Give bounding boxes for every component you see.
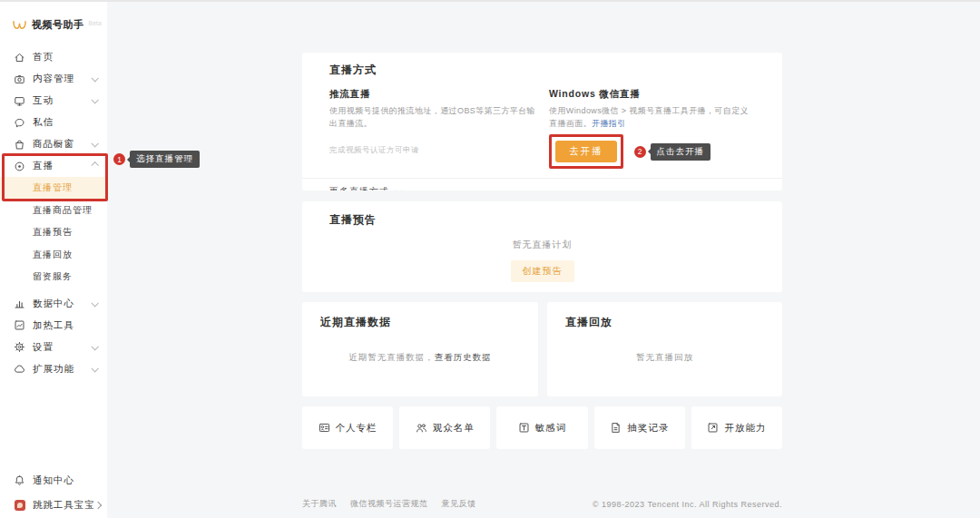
sidebar-item-label: 加热工具 (33, 319, 74, 332)
push-stream-desc: 使用视频号提供的推流地址，通过OBS等第三方平台输出直播流。 (329, 105, 540, 130)
sidebar-item-label: 首页 (33, 51, 54, 64)
quick-action-label: 抽奖记录 (627, 422, 669, 435)
sidebar-item-extensions[interactable]: 扩展功能 (0, 358, 107, 380)
footer-link-about[interactable]: 关于腾讯 (302, 498, 337, 510)
empty-state-text: 暂无直播计划 (329, 239, 755, 251)
sidebar-item-live[interactable]: 直播 (0, 155, 107, 177)
profile-column-icon (318, 422, 330, 434)
chevron-up-icon (91, 161, 98, 169)
quick-action-open-ability[interactable]: 开放能力 (691, 406, 782, 449)
sidebar-item-interaction[interactable]: 互动 (0, 90, 107, 112)
sidebar-item-label: 互动 (33, 94, 54, 107)
push-stream-title: 推流直播 (329, 88, 540, 101)
live-methods-card: 直播方式 推流直播 使用视频号提供的推流地址，通过OBS等第三方平台输出直播流。… (302, 53, 782, 191)
annotation-step-2: 2 点击去开播 (634, 143, 711, 161)
sidebar-subitem-label: 直播回放 (33, 249, 73, 261)
sidebar-item-label: 内容管理 (33, 73, 74, 85)
sidebar-item-home[interactable]: 首页 (0, 46, 107, 68)
sensitive-word-icon (518, 422, 530, 434)
sidebar-item-label: 跳跳工具宝宝 (33, 499, 95, 512)
cloud-icon (14, 363, 25, 375)
monitor-icon (14, 95, 25, 107)
annotation-tooltip: 点击去开播 (651, 143, 711, 161)
sidebar-item-content[interactable]: 内容管理 (0, 68, 107, 90)
chevron-down-icon (91, 96, 98, 103)
more-live-methods[interactable]: 更多直播方式 (329, 179, 755, 191)
quick-action-sensitive-words[interactable]: 敏感词 (496, 406, 587, 449)
sidebar-bottom: 通知中心 跳跳工具宝宝 (0, 468, 107, 517)
sidebar-item-label: 私信 (33, 116, 54, 129)
sidebar-item-label: 通知中心 (33, 474, 74, 487)
card-title: 直播回放 (565, 315, 764, 330)
trend-square-icon (14, 319, 25, 331)
view-history-link[interactable]: 查看历史数据 (435, 352, 492, 362)
sidebar-item-messages[interactable]: 私信 (0, 112, 107, 133)
quick-action-label: 敏感词 (535, 422, 567, 435)
bell-icon (14, 474, 25, 486)
quick-action-label: 观众名单 (433, 422, 475, 435)
sidebar-subitem-live-management[interactable]: 直播管理 (0, 177, 107, 200)
windows-live-section: Windows 微信直播 使用Windows微信 > 视频号直播工具开播，可自定… (549, 88, 755, 169)
sidebar-item-label: 商品橱窗 (33, 138, 74, 151)
sidebar-item-label: 设置 (33, 341, 54, 354)
quick-action-audience-list[interactable]: 观众名单 (399, 406, 490, 449)
push-stream-note: 完成视频号认证方可申请 (329, 145, 540, 156)
go-live-button[interactable]: 去开播 (555, 141, 617, 162)
chevron-down-icon (91, 74, 98, 82)
create-notice-button[interactable]: 创建预告 (511, 260, 574, 282)
recent-empty-text: 近期暂无直播数据， (348, 352, 435, 362)
footer: 关于腾讯 微信视频号运营规范 意见反馈 © 1998-2023 Tencent … (302, 498, 782, 510)
live-notice-card: 直播预告 暂无直播计划 创建预告 (302, 201, 782, 292)
push-stream-section: 推流直播 使用视频号提供的推流地址，通过OBS等第三方平台输出直播流。 完成视频… (329, 88, 540, 169)
start-guide-link[interactable]: 开播指引 (592, 119, 626, 128)
quick-actions-row: 个人专栏 观众名单 敏感词 抽奖记录 开放能力 (302, 406, 782, 449)
chevron-down-icon (394, 187, 401, 191)
windows-live-desc-text: 使用Windows微信 > 视频号直播工具开播，可自定义直播画面。 (549, 106, 749, 128)
sidebar-subitem-live-goods[interactable]: 直播商品管理 (0, 200, 107, 222)
sidebar-subitem-label: 直播预告 (33, 226, 73, 239)
sidebar-subitem-label: 直播商品管理 (33, 204, 93, 217)
sidebar-item-heat-tool[interactable]: 加热工具 (0, 315, 107, 337)
empty-state-text: 暂无直播回放 (565, 352, 764, 364)
channels-logo-icon (12, 19, 27, 31)
sidebar-item-settings[interactable]: 设置 (0, 337, 107, 358)
gear-icon (14, 341, 25, 353)
card-title: 直播预告 (329, 212, 755, 228)
annotation-tooltip: 选择直播管理 (130, 151, 200, 168)
chevron-down-icon (91, 140, 98, 147)
card-title: 近期直播数据 (320, 315, 520, 330)
top-divider (0, 0, 980, 2)
sidebar-subitem-label: 留资服务 (33, 270, 73, 283)
chevron-down-icon (91, 365, 98, 372)
app-title: 视频号助手 (32, 18, 84, 32)
live-replay-card: 直播回放 暂无直播回放 (547, 302, 782, 396)
chevron-down-icon (91, 299, 98, 307)
quick-action-lottery-records[interactable]: 抽奖记录 (594, 406, 685, 449)
mascot-icon (14, 499, 25, 511)
copyright-text: © 1998-2023 Tencent Inc. All Rights Rese… (593, 500, 782, 509)
recent-live-data-card: 近期直播数据 近期暂无直播数据，查看历史数据 (302, 302, 538, 396)
card-title: 直播方式 (329, 63, 755, 78)
app-logo[interactable]: 视频号助手 Beta (0, 2, 107, 32)
sidebar-item-data-center[interactable]: 数据中心 (0, 293, 107, 315)
bar-chart-icon (14, 298, 25, 309)
sidebar-item-label: 扩展功能 (33, 363, 74, 376)
annotation-highlight-box-2: 去开播 (549, 134, 623, 169)
more-live-methods-label: 更多直播方式 (329, 185, 389, 191)
record-circle-icon (14, 161, 25, 172)
windows-live-title: Windows 微信直播 (549, 88, 755, 101)
sidebar-subitem-lead-service[interactable]: 留资服务 (0, 266, 107, 288)
open-ability-icon (707, 422, 719, 434)
camera-icon (14, 73, 25, 85)
quick-action-profile-column[interactable]: 个人专栏 (302, 406, 393, 449)
chevron-down-icon (91, 343, 98, 350)
sidebar-subitem-live-replay[interactable]: 直播回放 (0, 244, 107, 267)
footer-link-feedback[interactable]: 意见反馈 (442, 498, 476, 510)
quick-action-label: 开放能力 (724, 422, 766, 435)
sidebar-item-notifications[interactable]: 通知中心 (0, 468, 107, 493)
sidebar-subitem-live-notice[interactable]: 直播预告 (0, 221, 107, 244)
sidebar-item-tool-mascot[interactable]: 跳跳工具宝宝 (0, 493, 107, 517)
sidebar-item-shop-window[interactable]: 商品橱窗 (0, 133, 107, 155)
footer-link-rules[interactable]: 微信视频号运营规范 (350, 498, 428, 510)
sidebar-subitem-label: 直播管理 (33, 181, 73, 194)
